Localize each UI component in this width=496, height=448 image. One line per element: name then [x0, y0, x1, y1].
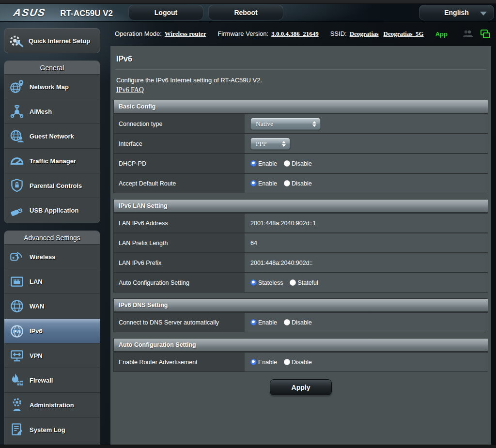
advanced-settings-group-title: Advanced Settings — [4, 231, 100, 245]
radio-unselected-icon[interactable] — [284, 359, 290, 365]
sidebar-item-traffic-manager[interactable]: Traffic Manager — [4, 149, 100, 173]
chevron-down-icon — [480, 12, 487, 15]
usb-application-icon — [9, 202, 25, 219]
accept-default-route-enable-option[interactable]: Enable — [250, 180, 277, 187]
sidebar-item-system-log[interactable]: System Log — [4, 417, 100, 442]
svg-text:IPV6: IPV6 — [13, 329, 21, 333]
radio-selected-icon[interactable] — [250, 319, 257, 325]
apply-button[interactable]: Apply — [270, 379, 332, 395]
router-model: RT-AC59U V2 — [60, 9, 113, 18]
brand: ASUS RT-AC59U V2 — [14, 7, 113, 18]
sidebar-item-aimesh[interactable]: AiMesh — [4, 99, 100, 124]
ssid-2g-link[interactable]: Deogratias — [350, 30, 379, 38]
stateless-option[interactable]: Stateless — [250, 279, 283, 286]
general-group-title: General — [4, 61, 100, 75]
quick-internet-setup-button[interactable]: Quick Internet Setup — [4, 28, 100, 53]
lan-prefix-length-label: LAN Prefix Length — [114, 233, 245, 252]
sidebar-item-label: Parental Controls — [30, 182, 82, 189]
main-panel: IPv6 Configure the IPv6 Internet setting… — [110, 46, 491, 445]
sidebar-item-lan[interactable]: LAN — [4, 269, 100, 294]
radio-unselected-icon[interactable] — [284, 319, 290, 325]
traffic-manager-icon — [9, 153, 25, 169]
lan-ipv6-address-value: 2001:448a:2040:902d::1 — [250, 220, 316, 227]
network-devices-icon[interactable] — [480, 29, 491, 39]
radio-unselected-icon[interactable] — [284, 180, 290, 186]
accept-default-route-radio-group: Enable Disable — [250, 180, 312, 187]
sidebar-item-wan[interactable]: WAN — [4, 294, 100, 319]
operation-mode-label: Operation Mode: — [115, 30, 162, 37]
dns-auto-radio-group: Enable Disable — [250, 319, 312, 326]
firmware-version-link[interactable]: 3.0.0.4.386_21649 — [271, 30, 319, 38]
row-lan-ipv6-address: LAN IPv6 Address 2001:448a:2040:902d::1 — [114, 213, 488, 232]
administration-icon — [9, 397, 25, 413]
section-ipv6-lan-setting: IPv6 LAN Setting LAN IPv6 Address 2001:4… — [113, 199, 488, 293]
wireless-icon — [9, 248, 25, 265]
radio-unselected-icon[interactable] — [290, 279, 296, 286]
app-link[interactable]: App — [435, 31, 448, 38]
vpn-icon — [9, 347, 25, 364]
connection-type-select[interactable]: Native — [250, 118, 321, 130]
sidebar-item-parental-controls[interactable]: Parental Controls — [4, 173, 100, 198]
select-arrows-icon — [282, 141, 286, 147]
section-basic-config: Basic Config Connection type Native — [113, 100, 488, 193]
clients-icon[interactable] — [462, 29, 473, 39]
radio-selected-icon[interactable] — [250, 160, 257, 167]
row-connection-type: Connection type Native — [114, 113, 488, 133]
dhcp-pd-disable-option[interactable]: Disable — [284, 160, 312, 167]
radio-unselected-icon[interactable] — [284, 160, 290, 167]
language-dropdown[interactable]: English — [419, 5, 494, 20]
lan-ipv6-address-label: LAN IPv6 Address — [114, 214, 245, 232]
ra-disable-option[interactable]: Disable — [284, 359, 312, 366]
sidebar-item-label: VPN — [30, 352, 43, 359]
top-banner: ASUS RT-AC59U V2 Logout Reboot English — [0, 4, 496, 22]
stateful-option[interactable]: Stateful — [290, 279, 318, 286]
general-group: General Network Map — [4, 61, 100, 223]
lan-prefix-length-value: 64 — [250, 240, 257, 247]
sidebar-item-network-map[interactable]: Network Map — [4, 75, 100, 99]
dhcp-pd-label: DHCP-PD — [114, 154, 245, 173]
ssid-label: SSID: — [330, 30, 347, 37]
section-auto-configuration-title: Auto Configuration Setting — [114, 339, 488, 352]
ipv6-faq-link[interactable]: IPv6 FAQ — [116, 86, 144, 94]
dhcp-pd-enable-option[interactable]: Enable — [250, 160, 277, 167]
dns-disable-option[interactable]: Disable — [284, 319, 312, 326]
ra-enable-option[interactable]: Enable — [250, 359, 277, 366]
sidebar-item-label: Firewall — [30, 377, 53, 384]
auto-configuration-radio-group: Stateless Stateful — [250, 279, 318, 286]
radio-selected-icon[interactable] — [250, 180, 257, 186]
sidebar-item-label: LAN — [30, 278, 43, 285]
ssid-5g-link[interactable]: Deogratias_5G — [384, 30, 424, 38]
sidebar-item-ipv6[interactable]: IPV6 IPv6 — [4, 319, 100, 343]
section-ipv6-lan-title: IPv6 LAN Setting — [114, 200, 488, 213]
right-column: Operation Mode: Wireless router Firmware… — [110, 22, 496, 445]
sidebar-item-wireless[interactable]: Wireless — [4, 245, 100, 269]
radio-selected-icon[interactable] — [250, 359, 257, 365]
page-title: IPv6 — [112, 53, 489, 63]
accept-default-route-disable-option[interactable]: Disable — [284, 180, 312, 187]
dhcp-pd-radio-group: Enable Disable — [250, 160, 312, 167]
language-label: English — [444, 9, 469, 16]
sidebar-item-label: Guest Network — [30, 133, 74, 140]
dns-enable-option[interactable]: Enable — [250, 319, 277, 326]
logout-button[interactable]: Logout — [128, 5, 203, 20]
router-advertisement-radio-group: Enable Disable — [250, 359, 312, 366]
section-basic-config-title: Basic Config — [114, 100, 488, 113]
sidebar-item-vpn[interactable]: VPN — [4, 343, 100, 368]
sidebar-item-firewall[interactable]: Firewall — [4, 368, 100, 393]
operation-mode-link[interactable]: Wireless router — [165, 30, 206, 38]
section-auto-configuration: Auto Configuration Setting Enable Router… — [113, 338, 488, 372]
interface-select[interactable]: PPP — [250, 138, 290, 150]
sidebar-item-label: IPv6 — [30, 327, 43, 335]
connect-dns-automatically-label: Connect to DNS Server automatically — [114, 313, 245, 332]
reboot-button[interactable]: Reboot — [208, 5, 283, 20]
firewall-icon — [9, 372, 25, 388]
sidebar-item-administration[interactable]: Administration — [4, 393, 100, 417]
radio-selected-icon[interactable] — [250, 279, 257, 286]
sidebar-item-usb-application[interactable]: USB Application — [4, 198, 100, 223]
status-bar: Operation Mode: Wireless router Firmware… — [110, 22, 496, 46]
window-bottom-strip — [0, 445, 496, 448]
content-area: Quick Internet Setup General Network Map — [0, 22, 496, 445]
lan-icon — [9, 273, 25, 290]
sidebar-item-guest-network[interactable]: Guest Network — [4, 124, 100, 149]
sidebar-item-label: Traffic Manager — [30, 157, 76, 165]
